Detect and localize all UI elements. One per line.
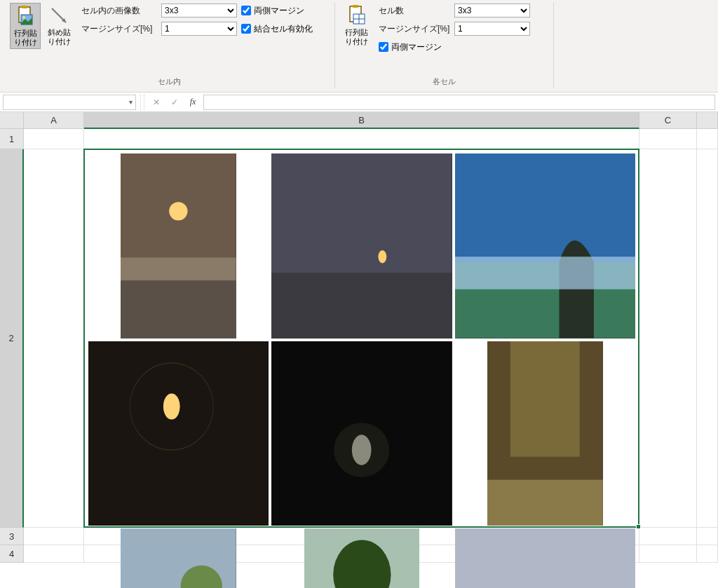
matrix-paste-button[interactable]: 行列貼 り付け xyxy=(10,3,41,49)
cells-area[interactable] xyxy=(24,129,718,588)
matrix-paste-label: 行列貼 り付け xyxy=(12,29,39,47)
row-header-2[interactable]: 2 xyxy=(0,149,24,528)
diagonal-paste-label: 斜め貼 り付け xyxy=(45,28,73,46)
row-headers: 1234 xyxy=(0,129,24,563)
svg-rect-14 xyxy=(121,280,236,338)
images-in-cell-label: セル内の画像数 xyxy=(81,5,157,17)
row-header-4[interactable]: 4 xyxy=(0,545,24,563)
cell[interactable] xyxy=(24,129,84,149)
svg-point-3 xyxy=(22,16,25,19)
svg-rect-28 xyxy=(510,341,580,457)
column-headers: ABC xyxy=(24,112,718,129)
enter-button[interactable]: ✓ xyxy=(167,95,182,110)
svg-rect-16 xyxy=(271,273,452,339)
clipboard-grid-icon xyxy=(345,4,367,27)
svg-rect-38 xyxy=(455,528,635,588)
margin-size-label-2: マージンサイズ[%] xyxy=(379,23,450,35)
image-5[interactable] xyxy=(271,341,452,526)
spreadsheet-grid[interactable]: ABC 1234 xyxy=(0,112,718,588)
svg-rect-7 xyxy=(353,5,358,8)
cell[interactable] xyxy=(24,545,84,563)
column-header-C[interactable]: C xyxy=(639,112,697,129)
margin-size-label-1: マージンサイズ[%] xyxy=(81,23,157,35)
svg-rect-29 xyxy=(487,479,603,526)
svg-rect-15 xyxy=(271,153,452,273)
svg-rect-1 xyxy=(22,6,27,8)
name-box[interactable]: ▾ xyxy=(3,95,136,110)
clipboard-image-icon xyxy=(14,5,36,27)
cell-b2-content xyxy=(84,149,639,528)
cell[interactable] xyxy=(697,129,718,149)
ribbon: 行列貼 り付け 斜め貼 り付け セル内の画像数 3x3 両側マージン マージンサ… xyxy=(0,0,718,93)
image-9[interactable] xyxy=(455,528,635,588)
svg-point-26 xyxy=(334,423,389,477)
both-margin-checkbox-2[interactable]: 両側マージン xyxy=(379,41,442,53)
svg-rect-21 xyxy=(88,341,269,526)
cancel-button[interactable]: ✕ xyxy=(149,95,164,110)
cell[interactable] xyxy=(639,149,697,528)
svg-point-13 xyxy=(169,202,187,220)
cell[interactable] xyxy=(84,129,639,149)
cell[interactable] xyxy=(639,545,697,563)
merge-cell-checkbox[interactable]: 結合セル有効化 xyxy=(241,23,313,35)
cell-count-label: セル数 xyxy=(379,5,450,17)
ribbon-group-label-1: セル内 xyxy=(4,76,334,87)
image-4[interactable] xyxy=(88,341,269,526)
image-3[interactable] xyxy=(455,153,635,339)
cell[interactable] xyxy=(639,528,697,545)
image-1[interactable] xyxy=(121,153,236,339)
image-7[interactable] xyxy=(121,528,236,588)
cell-count-combo[interactable]: 3x3 xyxy=(454,4,530,18)
images-in-cell-combo[interactable]: 3x3 xyxy=(161,4,237,18)
margin-size-combo-1[interactable]: 1 xyxy=(161,22,237,36)
svg-point-22 xyxy=(163,393,180,419)
column-header-extra[interactable] xyxy=(697,112,718,129)
formula-input[interactable] xyxy=(203,95,715,110)
fx-button[interactable]: fx xyxy=(185,95,201,110)
ribbon-group-each-cell: 行列貼 り付け セル数 3x3 マージンサイズ[%] 1 両側マージン 各セル xyxy=(335,3,554,88)
formula-bar: ▾ ✕ ✓ fx xyxy=(0,93,718,112)
diagonal-paste-button[interactable]: 斜め貼 り付け xyxy=(43,3,74,48)
column-header-A[interactable]: A xyxy=(24,112,84,129)
matrix-paste-label-2: 行列貼 り付け xyxy=(342,28,370,46)
svg-rect-20 xyxy=(455,257,635,289)
matrix-paste-button-2[interactable]: 行列貼 り付け xyxy=(341,3,372,48)
image-8[interactable] xyxy=(304,528,420,588)
image-6[interactable] xyxy=(487,341,603,526)
diagonal-icon xyxy=(48,4,70,27)
cell[interactable] xyxy=(639,129,697,149)
cell[interactable] xyxy=(697,528,718,545)
formula-bar-separator xyxy=(140,95,144,110)
column-header-B[interactable]: B xyxy=(84,112,639,129)
row-header-3[interactable]: 3 xyxy=(0,528,24,545)
ribbon-group-label-2: 各セル xyxy=(335,76,553,87)
both-margin-checkbox-1[interactable]: 両側マージン xyxy=(241,5,304,17)
image-2[interactable] xyxy=(271,153,452,339)
margin-size-combo-2[interactable]: 1 xyxy=(454,22,530,36)
cell[interactable] xyxy=(24,149,84,528)
select-all-corner[interactable] xyxy=(0,112,24,129)
svg-point-17 xyxy=(379,250,387,264)
ribbon-group-cell-inner: 行列貼 り付け 斜め貼 り付け セル内の画像数 3x3 両側マージン マージンサ… xyxy=(4,3,335,88)
cell[interactable] xyxy=(697,545,718,563)
chevron-down-icon: ▾ xyxy=(129,98,133,106)
cell[interactable] xyxy=(24,528,84,545)
row-header-1[interactable]: 1 xyxy=(0,129,24,149)
svg-rect-18 xyxy=(455,153,635,262)
cell[interactable] xyxy=(697,149,718,528)
